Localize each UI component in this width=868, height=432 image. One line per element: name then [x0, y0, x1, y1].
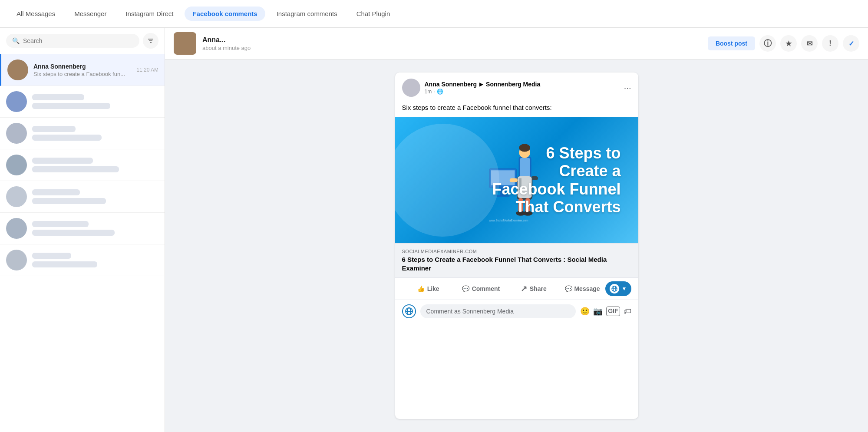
- conversation-info: [32, 125, 158, 142]
- right-header: Anna... about a minute ago Boost post ⓘ …: [165, 28, 868, 59]
- conversation-name: Anna Sonnenberg: [33, 63, 131, 70]
- search-icon: 🔍: [12, 37, 20, 44]
- list-item[interactable]: [0, 244, 165, 276]
- tab-all-messages[interactable]: All Messages: [9, 7, 63, 21]
- message-group: 💬 Message: [560, 282, 605, 296]
- conversation-preview: Six steps to create a Facebook fun...: [33, 71, 131, 77]
- avatar: [6, 155, 27, 175]
- conversation-info: [32, 220, 158, 237]
- comment-box: Comment as Sonnenberg Media 🙂 📷 GIF 🏷: [395, 300, 638, 323]
- comment-avatar: [402, 304, 416, 318]
- dropdown-arrow-icon: ▼: [622, 286, 627, 292]
- avatar: [6, 218, 27, 239]
- post-time-dot: ·: [433, 89, 435, 95]
- placeholder: [32, 261, 97, 267]
- tab-facebook-comments[interactable]: Facebook comments: [185, 7, 265, 21]
- main-layout: 🔍 Anna Sonnenberg Six steps to create a …: [0, 28, 868, 432]
- sticker-icon[interactable]: 🏷: [624, 307, 631, 316]
- conversation-info: [32, 156, 158, 174]
- post-actions: 👍 Like 💬 Comment ↗ Share 💬 Mes: [395, 277, 638, 300]
- conversation-info: [32, 251, 158, 269]
- tab-instagram-direct[interactable]: Instagram Direct: [118, 7, 181, 21]
- right-actions: Boost post ⓘ ★ ✉ ! ✓: [708, 35, 859, 52]
- conversation-info: [32, 188, 158, 205]
- avatar: [6, 250, 27, 270]
- tab-chat-plugin[interactable]: Chat Plugin: [349, 7, 398, 21]
- alert-button[interactable]: ⓘ: [759, 35, 776, 52]
- check-button[interactable]: ✓: [843, 35, 859, 52]
- post-more-button[interactable]: ···: [624, 83, 631, 92]
- globe-icon-inner: [610, 284, 619, 293]
- comment-button[interactable]: 💬 Comment: [455, 282, 507, 296]
- filter-button[interactable]: [143, 33, 158, 49]
- star-icon: ★: [785, 40, 792, 48]
- link-preview: SOCIALMEDIAEXAMINER.COM 6 Steps to Creat…: [395, 243, 638, 277]
- post-meta: 1m · 🌐: [425, 89, 541, 95]
- like-label: Like: [427, 285, 439, 292]
- placeholder: [32, 198, 106, 204]
- post-image-title: 6 Steps to Create a Facebook Funnel That…: [483, 135, 629, 225]
- gif-icon[interactable]: GIF: [606, 307, 620, 316]
- placeholder: [32, 189, 80, 195]
- tab-instagram-comments[interactable]: Instagram comments: [269, 7, 345, 21]
- check-icon: ✓: [848, 40, 854, 48]
- boost-post-button[interactable]: Boost post: [708, 36, 755, 50]
- post-text: Six steps to create a Facebook funnel th…: [395, 103, 638, 117]
- post-author-info: Anna Sonnenberg ▶ Sonnenberg Media 1m · …: [425, 81, 541, 95]
- conversation-info: [32, 93, 158, 110]
- right-panel: Anna... about a minute ago Boost post ⓘ …: [165, 28, 868, 432]
- exclaim-button[interactable]: !: [822, 35, 838, 52]
- globe-icon: [611, 286, 617, 292]
- like-icon: 👍: [417, 285, 425, 292]
- filter-icon: [147, 37, 154, 44]
- list-item[interactable]: [0, 149, 165, 181]
- comment-input[interactable]: Comment as Sonnenberg Media: [420, 304, 576, 318]
- email-button[interactable]: ✉: [801, 35, 818, 52]
- placeholder: [32, 103, 110, 109]
- list-item[interactable]: [0, 181, 165, 213]
- conversation-time: 11:20 AM: [136, 67, 158, 73]
- placeholder: [32, 94, 84, 100]
- comment-label: Comment: [472, 285, 500, 292]
- message-button[interactable]: 💬 Message: [560, 282, 605, 296]
- camera-icon[interactable]: 📷: [593, 307, 603, 316]
- share-label: Share: [530, 285, 547, 292]
- avatar: [6, 186, 27, 207]
- list-item[interactable]: [0, 86, 165, 118]
- message-label: Message: [574, 285, 600, 292]
- comment-icon: 💬: [462, 285, 469, 292]
- share-button[interactable]: ↗ Share: [507, 280, 560, 297]
- emoji-icon[interactable]: 🙂: [580, 307, 590, 316]
- like-button[interactable]: 👍 Like: [402, 282, 455, 296]
- contact-info: Anna... about a minute ago: [202, 36, 251, 51]
- alert-icon: ⓘ: [764, 38, 772, 49]
- top-navigation: All Messages Messenger Instagram Direct …: [0, 0, 868, 28]
- tab-messenger[interactable]: Messenger: [66, 7, 114, 21]
- conversation-info: Anna Sonnenberg Six steps to create a Fa…: [33, 63, 131, 77]
- star-button[interactable]: ★: [780, 35, 797, 52]
- placeholder: [32, 253, 71, 259]
- facebook-post-card: Anna Sonnenberg ▶ Sonnenberg Media 1m · …: [395, 73, 638, 419]
- placeholder: [32, 230, 115, 236]
- conversation-list: Anna Sonnenberg Six steps to create a Fa…: [0, 54, 165, 432]
- share-icon: ↗: [521, 284, 527, 293]
- message-icon: 💬: [565, 285, 572, 292]
- post-time: 1m: [425, 89, 432, 95]
- email-icon: ✉: [807, 40, 812, 48]
- comment-action-icons: 🙂 📷 GIF 🏷: [580, 307, 631, 316]
- post-author-avatar: [402, 79, 420, 97]
- search-input-wrapper[interactable]: 🔍: [6, 34, 139, 48]
- contact-time: about a minute ago: [202, 45, 251, 51]
- globe-icon: 🌐: [437, 89, 443, 95]
- link-domain: SOCIALMEDIAEXAMINER.COM: [402, 249, 631, 254]
- list-item[interactable]: [0, 118, 165, 149]
- post-arrow-icon: ▶: [479, 81, 483, 87]
- placeholder: [32, 126, 76, 132]
- list-item[interactable]: [0, 213, 165, 244]
- conversation-item[interactable]: Anna Sonnenberg Six steps to create a Fa…: [0, 54, 165, 86]
- placeholder: [32, 166, 119, 172]
- page-globe-icon: [405, 307, 413, 315]
- globe-selector-button[interactable]: ▼: [605, 281, 631, 296]
- post-header: Anna Sonnenberg ▶ Sonnenberg Media 1m · …: [395, 73, 638, 103]
- search-input[interactable]: [23, 37, 133, 44]
